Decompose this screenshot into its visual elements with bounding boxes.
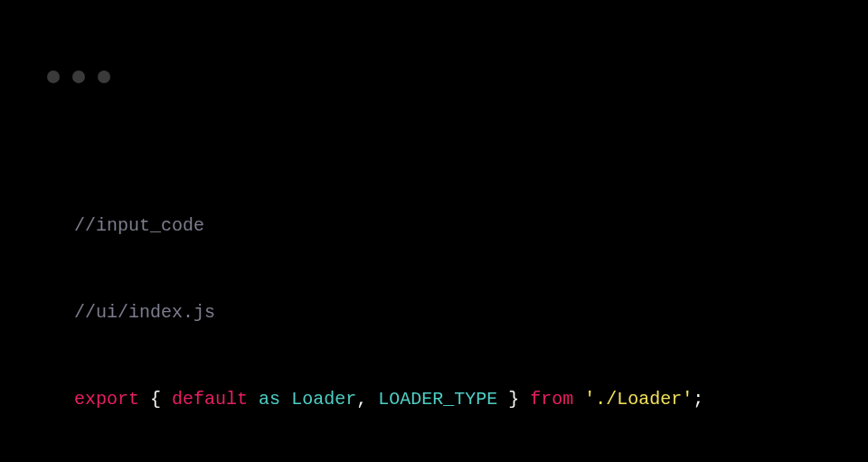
space (248, 389, 259, 410)
identifier-loader-type: LOADER_TYPE (378, 389, 497, 410)
comment-text: //input_code (74, 215, 204, 236)
string-path: './Loader' (584, 389, 693, 410)
keyword-as: as (259, 389, 280, 410)
space (573, 389, 584, 410)
window-controls (47, 71, 794, 83)
space (519, 389, 530, 410)
code-line-comment: //input_code (74, 212, 794, 240)
window-minimize-dot[interactable] (72, 71, 85, 83)
space (497, 389, 508, 410)
space (161, 389, 172, 410)
identifier-loader: Loader (291, 389, 356, 410)
space (139, 389, 150, 410)
window-maximize-dot[interactable] (98, 71, 110, 83)
keyword-from: from (530, 389, 573, 410)
code-block: //input_code //ui/index.js export { defa… (74, 154, 794, 462)
semicolon: ; (693, 389, 703, 410)
window-close-dot[interactable] (47, 71, 60, 83)
space (367, 389, 378, 410)
comment-text: //ui/index.js (74, 302, 215, 323)
keyword-default: default (172, 389, 248, 410)
space (280, 389, 291, 410)
comma: , (356, 389, 367, 410)
brace-close: } (508, 389, 519, 410)
code-line-comment: //ui/index.js (74, 298, 794, 327)
keyword-export: export (74, 389, 139, 410)
code-window: //input_code //ui/index.js export { defa… (0, 0, 868, 462)
code-line-export: export { default as Loader, LOADER_TYPE … (74, 385, 794, 414)
brace-open: { (150, 389, 161, 410)
